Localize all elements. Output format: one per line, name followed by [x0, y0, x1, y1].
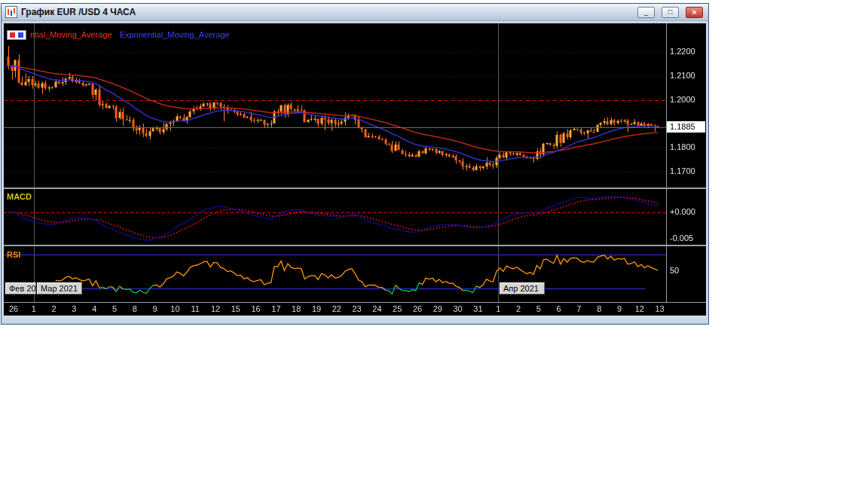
indicator-buttons — [7, 30, 26, 40]
price-axis-label: 1.1800 — [670, 142, 695, 152]
time-axis-label: 26 — [413, 304, 422, 313]
time-axis-label: 25 — [393, 304, 402, 313]
time-axis-label: 15 — [231, 304, 240, 313]
macd-axis-label: +0.000 — [670, 207, 695, 217]
time-axis-label: 26 — [9, 304, 18, 313]
time-axis-label: 5 — [536, 304, 541, 313]
time-axis-label: 7 — [576, 304, 581, 313]
price-axis-label: 1.2200 — [670, 47, 695, 56]
time-axis-label: 9 — [617, 304, 622, 313]
window-controls: _ □ × — [637, 7, 703, 18]
time-axis-label: 23 — [352, 304, 361, 313]
macd-pane-label: MACD — [7, 192, 32, 201]
time-axis-label: 22 — [332, 304, 341, 313]
titlebar[interactable]: График EUR /USD 4 ЧАСА _ □ × — [2, 4, 708, 21]
macd-axis-label: -0.005 — [670, 233, 693, 243]
time-axis-label: 11 — [191, 304, 199, 313]
time-axis-label: 12 — [635, 304, 644, 313]
rsi-pane-label: RSI — [7, 250, 20, 259]
time-axis-label: 17 — [271, 304, 280, 313]
time-axis-label: 30 — [453, 304, 462, 313]
time-axis-label: 3 — [72, 304, 76, 313]
ema-blue-label: Exponential_Moving_Average — [120, 30, 230, 39]
status-strip — [4, 316, 706, 324]
month-label-apr: Апр 2021 — [500, 282, 545, 294]
price-axis-label: 1.2100 — [670, 71, 695, 81]
time-axis-label: 24 — [372, 304, 381, 313]
current-price-box: 1.1885 — [667, 121, 705, 133]
app-icon — [5, 6, 17, 18]
time-axis-label: 8 — [597, 304, 601, 313]
time-axis-label: 2 — [516, 304, 521, 313]
time-axis-label: 31 — [473, 304, 482, 313]
time-axis-label: 5 — [112, 304, 117, 313]
time-axis-label: 16 — [251, 304, 260, 313]
time-axis-label: 18 — [292, 304, 301, 313]
time-axis-label: 29 — [433, 304, 442, 313]
time-axis-label: 8 — [133, 304, 137, 313]
month-label-mar: Мар 2021 — [37, 282, 82, 294]
rsi-axis-label: 50 — [670, 266, 679, 276]
minimize-button[interactable]: _ — [637, 7, 655, 18]
time-axis: 2612345891011121516171819222324252629303… — [4, 304, 706, 316]
time-axis-label: 1 — [496, 304, 500, 313]
month-label-feb: Фев 20 — [5, 282, 36, 294]
price-axis-label: 1.2000 — [670, 95, 695, 105]
time-axis-label: 4 — [92, 304, 96, 313]
price-axis-label: 1.1700 — [670, 166, 695, 176]
chart-window: График EUR /USD 4 ЧАСА _ □ × ntial_Movin… — [1, 3, 709, 325]
time-axis-label: 10 — [170, 304, 179, 313]
blue-indicator-button[interactable] — [17, 32, 24, 38]
maximize-button[interactable]: □ — [662, 7, 679, 18]
time-axis-label: 2 — [52, 304, 57, 313]
time-axis-label: 9 — [153, 304, 157, 313]
close-button[interactable]: × — [686, 7, 703, 18]
red-indicator-button[interactable] — [9, 32, 16, 38]
time-axis-label: 13 — [655, 304, 664, 313]
time-axis-label: 1 — [32, 304, 36, 313]
desktop: График EUR /USD 4 ЧАСА _ □ × ntial_Movin… — [0, 0, 868, 488]
time-axis-label: 6 — [557, 304, 561, 313]
chart-canvas[interactable] — [4, 23, 706, 316]
time-axis-label: 19 — [312, 304, 321, 313]
time-axis-label: 12 — [211, 304, 220, 313]
indicator-legend: ntial_Moving_Average Exponential_Moving_… — [7, 29, 230, 41]
window-title: График EUR /USD 4 ЧАСА — [21, 7, 637, 17]
ema-red-label: ntial_Moving_Average — [30, 30, 112, 39]
chart-area: ntial_Moving_Average Exponential_Moving_… — [4, 23, 706, 316]
